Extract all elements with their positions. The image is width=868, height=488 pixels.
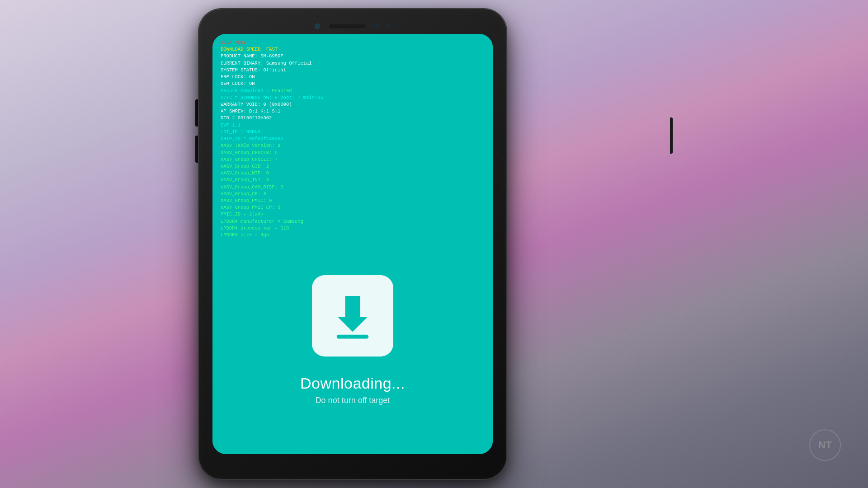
nasv-table-line: nASV_Table_Version: 8 (221, 142, 485, 149)
secure-download-value: Enabled (272, 88, 292, 94)
download-icon-area: Downloading... Do not turn off target (212, 244, 493, 454)
frp-lock-line: FRP LOCK: ON (221, 74, 485, 80)
lpddr4-process-line: LPDDR4 process var = D1B (221, 225, 485, 232)
lot-id-line: LOT_ID = NBDNG (221, 129, 485, 136)
secure-download-line: Secure Download : Enabled (221, 88, 485, 94)
lpddr4-size-line: LPDDR4 size = 4gb (221, 232, 485, 239)
sensor-dot (374, 24, 378, 28)
phone-body: ODIN MODE DOWNLOAD SPEED: FAST PRODUCT N… (199, 9, 506, 479)
nasv-pmic-line: nASV_Group_PMIC: 0 (221, 197, 485, 204)
nasv-int-line: nASV_Group_INT: 8 (221, 177, 485, 183)
odin-mode-line: ODIN MODE (221, 39, 485, 46)
current-binary-line: CURRENT BINARY: Samsung Official (221, 60, 485, 67)
downloading-label: Downloading... (300, 375, 405, 392)
nasv-cpu-clb-line: nASV_Group_CPUCLB: 5 (221, 150, 485, 156)
oem-lock-line: OEM LOCK: ON (221, 80, 485, 87)
volume-down-button (195, 136, 198, 163)
lpddr4-manufacturer-line: LPDDR4 manufacturer = Samsung (221, 218, 485, 225)
dtd-line: DTD = 03f60f13e302 (221, 115, 485, 122)
power-button (670, 117, 673, 154)
debug-area: ODIN MODE DOWNLOAD SPEED: FAST PRODUCT N… (212, 34, 493, 244)
speaker-grille (329, 24, 365, 28)
download-arrow-icon (328, 291, 377, 341)
nasv-g3d-line: nASV_Group_G3D: 2 (221, 163, 485, 170)
volume-up-button (195, 99, 198, 127)
svg-rect-1 (337, 334, 368, 338)
evt-line: EVT 1.1 (221, 122, 485, 129)
watermark: NT (809, 429, 841, 461)
ap-swrev-line: AP SWREV: B:1 K:1 S:1 (221, 108, 485, 115)
nasv-cam-disp-line: nASV_Group_CAM_DISP: 0 (221, 184, 485, 191)
screen-content: ODIN MODE DOWNLOAD SPEED: FAST PRODUCT N… (212, 34, 493, 454)
nasv-cp-line: nASV_Group_CP: 8 (221, 191, 485, 197)
sensor-dot-2 (387, 24, 391, 28)
download-speed-line: DOWNLOAD SPEED: FAST (221, 46, 485, 53)
download-box (312, 275, 393, 357)
nasv-cpu-cl1-line: nASV_Group_CPUCL1: 7 (221, 156, 485, 163)
phone-top-bar (212, 18, 493, 34)
front-camera (315, 23, 320, 29)
warranty-line: WARRANTY VOID: 0 (0x0000) (221, 101, 485, 108)
phone-screen: ODIN MODE DOWNLOAD SPEED: FAST PRODUCT N… (212, 34, 493, 454)
product-name-line: PRODUCT NAME: SM-G950F (221, 53, 485, 60)
secure-download-label: Secure Download : (221, 88, 269, 94)
system-status-line: SYSTEM STATUS: Official (221, 67, 485, 74)
do-not-turn-label: Do not turn off target (316, 396, 390, 405)
cctc-line: CCTC = S2MWB05 hw: 0 boot: 7 main:35 (221, 94, 485, 101)
pmic-id-line: PMIC_ID = 2(a4) (221, 211, 485, 218)
chip-id-line: CHIP_ID = 03f60f13e302 (221, 136, 485, 142)
nasv-pmic-cp-line: nASV_Group_PMIC_CP: 0 (221, 204, 485, 211)
nasv-mif-line: nASV_Group_MIF: 0 (221, 170, 485, 177)
svg-marker-0 (338, 296, 368, 332)
